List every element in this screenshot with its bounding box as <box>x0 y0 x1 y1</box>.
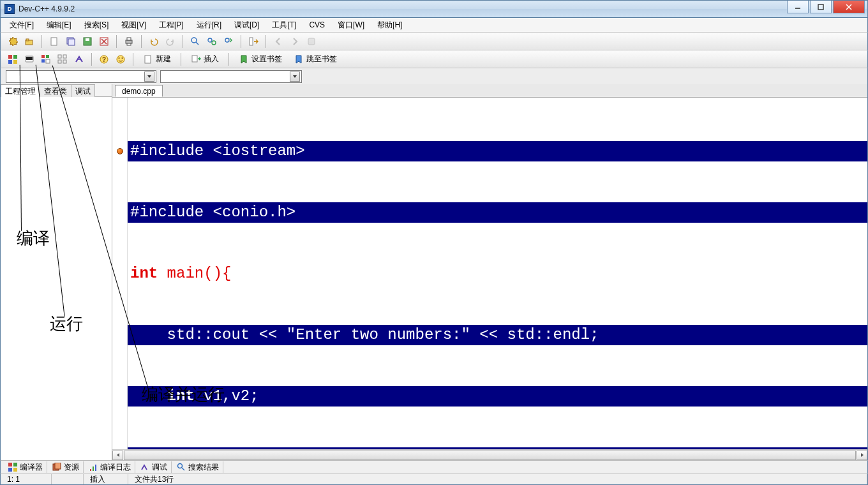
rebuild-all-icon[interactable] <box>56 52 70 66</box>
output-tab-label: 调试 <box>152 462 167 473</box>
menu-help[interactable]: 帮助[H] <box>373 19 406 32</box>
svg-rect-8 <box>68 39 75 45</box>
stop-icon[interactable] <box>304 34 318 48</box>
svg-rect-51 <box>90 469 91 471</box>
editor-horizontal-scrollbar[interactable] <box>112 449 867 460</box>
breakpoint-icon[interactable] <box>117 148 123 154</box>
window-close-button[interactable] <box>833 1 865 13</box>
debug-icon[interactable] <box>72 52 86 66</box>
find-next-icon[interactable] <box>221 34 236 48</box>
scroll-left-icon[interactable] <box>112 451 123 460</box>
about-icon[interactable] <box>114 52 128 66</box>
help-icon[interactable]: ? <box>97 52 111 66</box>
new-button-label: 新建 <box>156 54 171 64</box>
svg-rect-47 <box>8 468 12 472</box>
menu-window[interactable]: 窗口[W] <box>334 19 368 32</box>
undo-icon[interactable] <box>147 34 161 48</box>
output-tab-search[interactable]: 搜索结果 <box>173 461 223 473</box>
svg-rect-33 <box>46 59 50 63</box>
class-navigator-bar <box>0 68 868 84</box>
svg-point-42 <box>122 57 123 59</box>
save-project-icon[interactable] <box>80 34 94 48</box>
member-combo[interactable] <box>160 70 302 83</box>
print-icon[interactable] <box>122 34 136 48</box>
window-maximize-button[interactable] <box>810 1 832 13</box>
output-tab-compiler[interactable]: 编译器 <box>4 461 47 473</box>
toolbar-main <box>0 32 868 50</box>
status-position: 1: 1 <box>1 474 52 484</box>
editor-gutter <box>112 98 128 449</box>
class-combo[interactable] <box>6 70 156 83</box>
svg-line-55 <box>182 468 184 470</box>
save-all-icon[interactable] <box>64 34 78 48</box>
svg-point-17 <box>191 38 197 43</box>
svg-rect-16 <box>127 43 131 45</box>
editor-tab-demo[interactable]: demo.cpp <box>115 85 163 97</box>
goto-bookmark-button[interactable]: 跳至书签 <box>289 52 341 66</box>
svg-rect-43 <box>145 56 151 63</box>
side-tab-class[interactable]: 查看类 <box>40 84 71 97</box>
dropdown-arrow-icon <box>144 71 154 82</box>
output-tab-debug[interactable]: 调试 <box>137 461 172 473</box>
set-bookmark-button[interactable]: 设置书签 <box>234 52 287 66</box>
side-panel-body <box>1 97 112 460</box>
dropdown-arrow-icon <box>290 71 300 82</box>
output-tab-resources[interactable]: 资源 <box>49 461 84 473</box>
new-button[interactable]: 新建 <box>138 52 176 66</box>
window-minimize-button[interactable] <box>787 1 809 13</box>
new-file-icon[interactable] <box>47 34 61 48</box>
code-text: v1,v2; <box>195 386 259 407</box>
svg-rect-45 <box>8 463 12 466</box>
svg-rect-25 <box>13 55 17 59</box>
app-icon: D <box>4 4 15 14</box>
menu-file[interactable]: 文件[F] <box>6 19 38 32</box>
svg-rect-30 <box>41 55 45 58</box>
status-bar: 1: 1 插入 文件共13行 <box>0 474 868 485</box>
find-icon[interactable] <box>188 34 202 48</box>
compile-run-icon[interactable] <box>39 52 53 66</box>
code-editor[interactable]: #include <iostream> #include <conio.h> i… <box>128 98 867 449</box>
side-tab-project[interactable]: 工程管理 <box>1 84 40 97</box>
svg-rect-10 <box>86 38 89 41</box>
close-file-icon[interactable] <box>97 34 111 48</box>
svg-rect-6 <box>51 38 57 45</box>
run-icon[interactable] <box>22 52 36 66</box>
menu-cvs[interactable]: CVS <box>305 19 329 31</box>
nav-prev-icon[interactable] <box>271 34 285 48</box>
menu-debug[interactable]: 调试[D] <box>230 19 263 32</box>
menu-run[interactable]: 运行[R] <box>193 19 225 32</box>
open-icon[interactable] <box>22 34 36 48</box>
menu-project[interactable]: 工程[P] <box>155 19 188 32</box>
svg-rect-50 <box>55 463 61 469</box>
menu-tools[interactable]: 工具[T] <box>268 19 300 32</box>
menu-search[interactable]: 搜索[S] <box>80 19 113 32</box>
toolbar-secondary: ? 新建 插入 设置书签 跳至书签 <box>0 50 868 68</box>
svg-rect-5 <box>26 39 29 41</box>
side-tab-debug[interactable]: 调试 <box>71 84 95 97</box>
insert-button[interactable]: 插入 <box>186 52 223 66</box>
output-tab-label: 编译器 <box>20 462 43 473</box>
svg-rect-46 <box>13 463 17 466</box>
svg-rect-29 <box>26 57 33 60</box>
new-source-icon[interactable] <box>6 34 20 48</box>
output-tab-label: 搜索结果 <box>188 462 219 473</box>
output-tab-compilelog[interactable]: 编译日志 <box>85 461 135 473</box>
status-mode: 插入 <box>84 474 128 484</box>
goto-bookmark-label: 跳至书签 <box>306 54 337 64</box>
scroll-right-icon[interactable] <box>857 451 867 460</box>
status-lines: 文件共13行 <box>128 474 867 484</box>
code-kw: int <box>167 386 195 407</box>
nav-next-icon[interactable] <box>288 34 302 48</box>
goto-line-icon[interactable] <box>246 34 260 48</box>
menu-edit[interactable]: 编辑[E] <box>43 19 75 32</box>
menu-view[interactable]: 视图[V] <box>117 19 150 32</box>
menu-bar: 文件[F] 编辑[E] 搜索[S] 视图[V] 工程[P] 运行[R] 调试[D… <box>0 18 868 32</box>
redo-icon[interactable] <box>163 34 177 48</box>
editor-tab-bar: demo.cpp <box>112 84 867 98</box>
svg-point-20 <box>212 41 216 45</box>
scroll-thumb[interactable] <box>124 451 856 460</box>
window-title: Dev-C++ 4.9.9.2 <box>19 4 75 13</box>
compile-icon[interactable] <box>6 52 20 66</box>
output-tab-bar: 编译器 资源 编译日志 调试 搜索结果 <box>0 460 868 474</box>
replace-icon[interactable] <box>205 34 219 48</box>
